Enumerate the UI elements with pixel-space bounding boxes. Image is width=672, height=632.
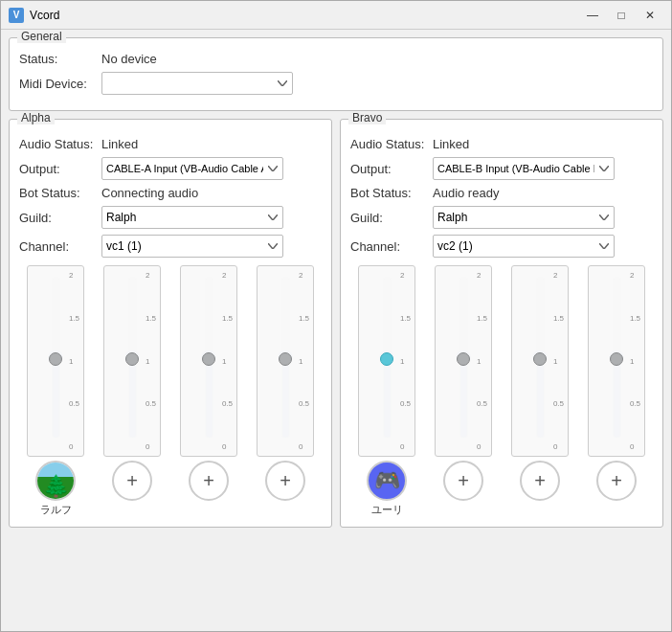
bravo-add-btn-1[interactable]: +: [443, 461, 483, 501]
bravo-bot-status-value: Audio ready: [433, 186, 499, 200]
alpha-slider-bottom-1: +: [112, 461, 152, 503]
bravo-guild-select[interactable]: Ralph: [433, 206, 615, 229]
bravo-output-label: Output:: [350, 162, 427, 176]
general-group: General Status: No device Midi Device:: [9, 37, 663, 111]
bravo-channel-row: Channel: vc2 (1): [350, 235, 653, 258]
alpha-add-btn-2[interactable]: +: [189, 461, 229, 501]
midi-device-select[interactable]: [101, 72, 293, 95]
alpha-output-select[interactable]: CABLE-A Input (VB-Audio Cable A): [101, 157, 283, 180]
bravo-panel-label: Bravo: [348, 111, 386, 124]
alpha-guild-row: Guild: Ralph: [19, 206, 322, 229]
main-content: General Status: No device Midi Device: A…: [1, 30, 671, 631]
maximize-button[interactable]: □: [608, 5, 635, 26]
bravo-audio-status-label: Audio Status:: [350, 137, 427, 151]
bravo-add-btn-3[interactable]: +: [596, 461, 637, 501]
bravo-audio-status-row: Audio Status: Linked: [350, 137, 653, 151]
bravo-avatar-0: 🎮: [367, 461, 407, 501]
tree-icon: 🌲: [37, 463, 74, 499]
alpha-bot-status-label: Bot Status:: [19, 186, 96, 200]
status-label: Status:: [19, 52, 96, 66]
alpha-slider-bottom-0: 🌲 ラルフ: [35, 461, 76, 517]
alpha-slider-box-3: 2 1.5 1 0.5 0: [257, 265, 314, 457]
window-title: Vcord: [30, 9, 579, 22]
alpha-add-btn-3[interactable]: +: [265, 461, 305, 501]
alpha-add-btn-1[interactable]: +: [112, 461, 152, 501]
bravo-panel-content: Audio Status: Linked Output: CABLE-B Inp…: [350, 127, 653, 517]
midi-device-label: Midi Device:: [19, 77, 96, 91]
bravo-guild-label: Guild:: [350, 211, 427, 225]
status-row: Status: No device: [19, 52, 653, 66]
bravo-add-btn-2[interactable]: +: [520, 461, 560, 501]
bravo-audio-status-value: Linked: [433, 137, 469, 151]
alpha-panel-label: Alpha: [17, 111, 55, 124]
alpha-output-label: Output:: [19, 162, 96, 176]
bravo-slider-3: 2 1.5 1 0.5 0 +: [580, 265, 653, 517]
alpha-slider-bottom-3: +: [265, 461, 305, 503]
bravo-slider-bottom-3: +: [596, 461, 637, 503]
bravo-bot-status-label: Bot Status:: [350, 186, 427, 200]
bravo-output-row: Output: CABLE-B Input (VB-Audio Cable B): [350, 157, 653, 180]
bravo-slider-box-3: 2 1.5 1 0.5 0: [588, 265, 645, 457]
bravo-slider-bottom-1: +: [443, 461, 483, 503]
discord-icon: 🎮: [374, 468, 400, 493]
close-button[interactable]: ✕: [637, 5, 663, 26]
app-icon: V: [9, 8, 24, 23]
alpha-channel-select[interactable]: vc1 (1): [101, 235, 283, 258]
minimize-button[interactable]: —: [579, 5, 606, 26]
alpha-audio-status-value: Linked: [101, 137, 138, 151]
bravo-output-select[interactable]: CABLE-B Input (VB-Audio Cable B): [433, 157, 615, 180]
bravo-slider-bottom-2: +: [520, 461, 560, 503]
alpha-panel: Alpha Audio Status: Linked Output: CABLE…: [9, 119, 332, 528]
bravo-name-0: ユーリ: [371, 503, 403, 517]
titlebar: V Vcord — □ ✕: [1, 1, 671, 30]
alpha-avatar-0: 🌲: [35, 461, 76, 501]
alpha-sliders-row: 2 1.5 1 0.5 0: [19, 265, 322, 517]
window-controls: — □ ✕: [579, 5, 663, 26]
alpha-bot-status-row: Bot Status: Connecting audio: [19, 186, 322, 200]
alpha-guild-label: Guild:: [19, 211, 96, 225]
bravo-channel-label: Channel:: [350, 239, 427, 254]
main-window: V Vcord — □ ✕ General Status: No device …: [0, 0, 672, 632]
bravo-slider-bottom-0: 🎮 ユーリ: [367, 461, 407, 517]
bravo-guild-row: Guild: Ralph: [350, 206, 653, 229]
alpha-channel-label: Channel:: [19, 239, 96, 254]
bravo-channel-select[interactable]: vc2 (1): [433, 235, 615, 258]
general-group-label: General: [17, 30, 66, 43]
alpha-slider-bottom-2: +: [189, 461, 229, 503]
alpha-panel-content: Audio Status: Linked Output: CABLE-A Inp…: [19, 127, 322, 517]
bravo-panel: Bravo Audio Status: Linked Output: CABLE…: [340, 119, 663, 528]
status-value: No device: [101, 52, 157, 66]
alpha-guild-select[interactable]: Ralph: [101, 206, 283, 229]
alpha-bot-status-value: Connecting audio: [101, 186, 198, 200]
alpha-slider-3: 2 1.5 1 0.5 0 +: [249, 265, 322, 517]
alpha-output-row: Output: CABLE-A Input (VB-Audio Cable A): [19, 157, 322, 180]
bravo-sliders-row: 2 1.5 1 0.5 0: [350, 265, 653, 517]
alpha-name-0: ラルフ: [40, 503, 72, 517]
bravo-bot-status-row: Bot Status: Audio ready: [350, 186, 653, 200]
bravo-slider-input-3[interactable]: [555, 276, 672, 439]
alpha-audio-status-row: Audio Status: Linked: [19, 137, 322, 151]
panels-row: Alpha Audio Status: Linked Output: CABLE…: [9, 119, 663, 528]
alpha-channel-row: Channel: vc1 (1): [19, 235, 322, 258]
alpha-audio-status-label: Audio Status:: [19, 137, 96, 151]
midi-device-row: Midi Device:: [19, 72, 653, 95]
